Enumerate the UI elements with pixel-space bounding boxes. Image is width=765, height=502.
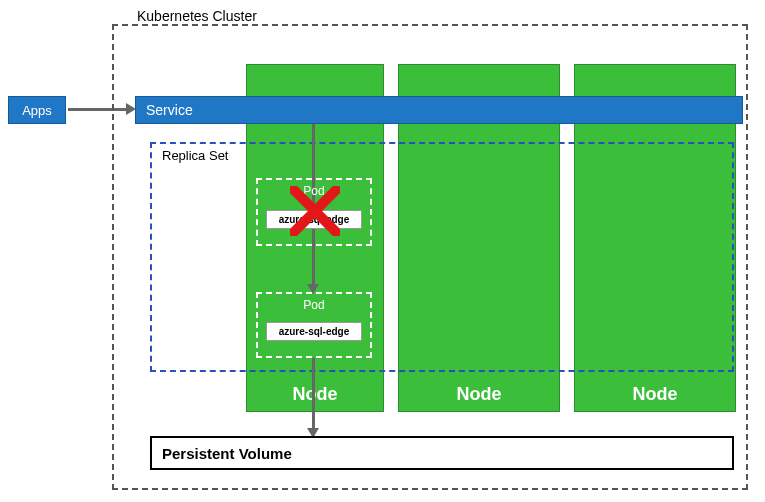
arrow-pod-to-pv <box>312 358 315 430</box>
pod-2: Pod azure-sql-edge <box>256 292 372 358</box>
node-2-label: Node <box>399 384 559 405</box>
node-1-label: Node <box>247 384 383 405</box>
node-3-label: Node <box>575 384 735 405</box>
apps-label: Apps <box>22 103 52 118</box>
apps-box: Apps <box>8 96 66 124</box>
persistent-volume-box: Persistent Volume <box>150 436 734 470</box>
service-label: Service <box>146 102 193 118</box>
diagram-canvas: Apps Kubernetes Cluster Node Node Node S… <box>0 0 765 502</box>
replica-set-label: Replica Set <box>162 148 228 163</box>
pod-1-failed: Pod azure-sql-edge <box>256 178 372 246</box>
replica-set-boundary <box>150 142 734 372</box>
persistent-volume-label: Persistent Volume <box>162 445 292 462</box>
pod-2-container: azure-sql-edge <box>266 322 362 341</box>
service-bar: Service <box>135 96 743 124</box>
pod-2-label: Pod <box>258 298 370 312</box>
pod-1-label: Pod <box>258 184 370 198</box>
pod-1-container: azure-sql-edge <box>266 210 362 229</box>
kubernetes-cluster-label: Kubernetes Cluster <box>137 8 257 24</box>
